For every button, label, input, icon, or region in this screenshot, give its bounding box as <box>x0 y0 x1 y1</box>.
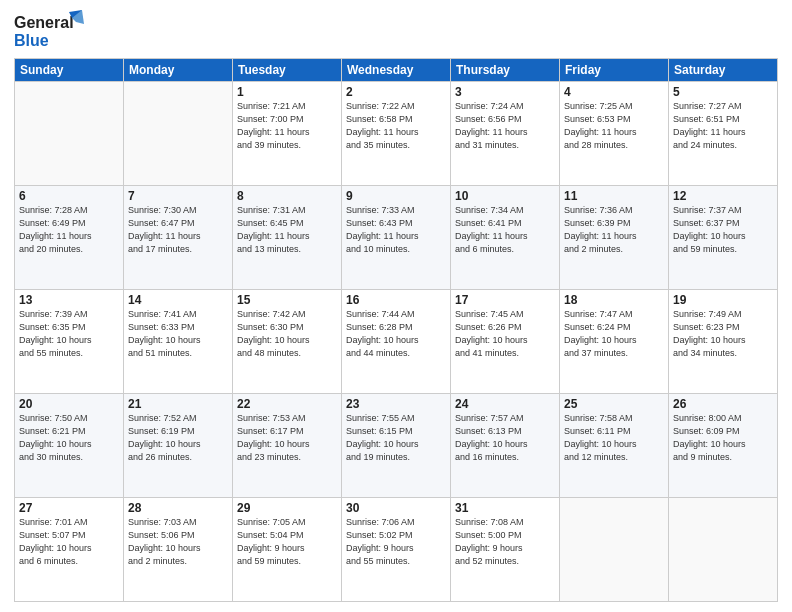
day-info: Sunrise: 7:50 AM Sunset: 6:21 PM Dayligh… <box>19 412 119 464</box>
day-number: 28 <box>128 501 228 515</box>
day-number: 21 <box>128 397 228 411</box>
calendar-header-row: SundayMondayTuesdayWednesdayThursdayFrid… <box>15 59 778 82</box>
day-info: Sunrise: 7:24 AM Sunset: 6:56 PM Dayligh… <box>455 100 555 152</box>
calendar-cell: 16Sunrise: 7:44 AM Sunset: 6:28 PM Dayli… <box>342 290 451 394</box>
day-number: 31 <box>455 501 555 515</box>
calendar-cell: 28Sunrise: 7:03 AM Sunset: 5:06 PM Dayli… <box>124 498 233 602</box>
calendar-day-header: Monday <box>124 59 233 82</box>
calendar-cell: 17Sunrise: 7:45 AM Sunset: 6:26 PM Dayli… <box>451 290 560 394</box>
calendar-cell <box>15 82 124 186</box>
day-info: Sunrise: 7:22 AM Sunset: 6:58 PM Dayligh… <box>346 100 446 152</box>
calendar-cell: 29Sunrise: 7:05 AM Sunset: 5:04 PM Dayli… <box>233 498 342 602</box>
day-number: 8 <box>237 189 337 203</box>
calendar-cell: 31Sunrise: 7:08 AM Sunset: 5:00 PM Dayli… <box>451 498 560 602</box>
calendar-cell: 1Sunrise: 7:21 AM Sunset: 7:00 PM Daylig… <box>233 82 342 186</box>
day-number: 25 <box>564 397 664 411</box>
day-info: Sunrise: 7:33 AM Sunset: 6:43 PM Dayligh… <box>346 204 446 256</box>
calendar-cell: 9Sunrise: 7:33 AM Sunset: 6:43 PM Daylig… <box>342 186 451 290</box>
calendar-cell: 12Sunrise: 7:37 AM Sunset: 6:37 PM Dayli… <box>669 186 778 290</box>
day-info: Sunrise: 7:44 AM Sunset: 6:28 PM Dayligh… <box>346 308 446 360</box>
day-info: Sunrise: 7:57 AM Sunset: 6:13 PM Dayligh… <box>455 412 555 464</box>
day-info: Sunrise: 7:31 AM Sunset: 6:45 PM Dayligh… <box>237 204 337 256</box>
calendar-week-row: 13Sunrise: 7:39 AM Sunset: 6:35 PM Dayli… <box>15 290 778 394</box>
day-info: Sunrise: 7:03 AM Sunset: 5:06 PM Dayligh… <box>128 516 228 568</box>
day-info: Sunrise: 7:30 AM Sunset: 6:47 PM Dayligh… <box>128 204 228 256</box>
calendar-cell: 11Sunrise: 7:36 AM Sunset: 6:39 PM Dayli… <box>560 186 669 290</box>
calendar-week-row: 6Sunrise: 7:28 AM Sunset: 6:49 PM Daylig… <box>15 186 778 290</box>
day-info: Sunrise: 7:36 AM Sunset: 6:39 PM Dayligh… <box>564 204 664 256</box>
calendar-cell <box>560 498 669 602</box>
calendar-cell: 3Sunrise: 7:24 AM Sunset: 6:56 PM Daylig… <box>451 82 560 186</box>
day-info: Sunrise: 7:21 AM Sunset: 7:00 PM Dayligh… <box>237 100 337 152</box>
day-info: Sunrise: 7:55 AM Sunset: 6:15 PM Dayligh… <box>346 412 446 464</box>
day-number: 22 <box>237 397 337 411</box>
day-number: 6 <box>19 189 119 203</box>
day-info: Sunrise: 7:28 AM Sunset: 6:49 PM Dayligh… <box>19 204 119 256</box>
calendar-week-row: 20Sunrise: 7:50 AM Sunset: 6:21 PM Dayli… <box>15 394 778 498</box>
day-info: Sunrise: 7:39 AM Sunset: 6:35 PM Dayligh… <box>19 308 119 360</box>
day-info: Sunrise: 7:37 AM Sunset: 6:37 PM Dayligh… <box>673 204 773 256</box>
logo: GeneralBlue <box>14 10 84 52</box>
day-number: 11 <box>564 189 664 203</box>
calendar-cell: 26Sunrise: 8:00 AM Sunset: 6:09 PM Dayli… <box>669 394 778 498</box>
calendar-day-header: Wednesday <box>342 59 451 82</box>
svg-text:General: General <box>14 14 74 31</box>
day-info: Sunrise: 7:45 AM Sunset: 6:26 PM Dayligh… <box>455 308 555 360</box>
day-info: Sunrise: 7:01 AM Sunset: 5:07 PM Dayligh… <box>19 516 119 568</box>
calendar-day-header: Tuesday <box>233 59 342 82</box>
day-info: Sunrise: 8:00 AM Sunset: 6:09 PM Dayligh… <box>673 412 773 464</box>
day-info: Sunrise: 7:52 AM Sunset: 6:19 PM Dayligh… <box>128 412 228 464</box>
day-number: 29 <box>237 501 337 515</box>
calendar-cell: 19Sunrise: 7:49 AM Sunset: 6:23 PM Dayli… <box>669 290 778 394</box>
day-number: 2 <box>346 85 446 99</box>
day-number: 16 <box>346 293 446 307</box>
page: GeneralBlue SundayMondayTuesdayWednesday… <box>0 0 792 612</box>
calendar-day-header: Thursday <box>451 59 560 82</box>
day-number: 13 <box>19 293 119 307</box>
calendar-cell: 21Sunrise: 7:52 AM Sunset: 6:19 PM Dayli… <box>124 394 233 498</box>
calendar-cell: 8Sunrise: 7:31 AM Sunset: 6:45 PM Daylig… <box>233 186 342 290</box>
calendar-cell: 7Sunrise: 7:30 AM Sunset: 6:47 PM Daylig… <box>124 186 233 290</box>
calendar-cell: 2Sunrise: 7:22 AM Sunset: 6:58 PM Daylig… <box>342 82 451 186</box>
day-info: Sunrise: 7:42 AM Sunset: 6:30 PM Dayligh… <box>237 308 337 360</box>
day-info: Sunrise: 7:08 AM Sunset: 5:00 PM Dayligh… <box>455 516 555 568</box>
header: GeneralBlue <box>14 10 778 52</box>
day-number: 27 <box>19 501 119 515</box>
calendar-cell: 14Sunrise: 7:41 AM Sunset: 6:33 PM Dayli… <box>124 290 233 394</box>
day-number: 26 <box>673 397 773 411</box>
day-number: 17 <box>455 293 555 307</box>
calendar-day-header: Saturday <box>669 59 778 82</box>
day-number: 15 <box>237 293 337 307</box>
calendar-cell: 5Sunrise: 7:27 AM Sunset: 6:51 PM Daylig… <box>669 82 778 186</box>
calendar-week-row: 27Sunrise: 7:01 AM Sunset: 5:07 PM Dayli… <box>15 498 778 602</box>
calendar-cell: 13Sunrise: 7:39 AM Sunset: 6:35 PM Dayli… <box>15 290 124 394</box>
calendar-cell: 15Sunrise: 7:42 AM Sunset: 6:30 PM Dayli… <box>233 290 342 394</box>
day-info: Sunrise: 7:06 AM Sunset: 5:02 PM Dayligh… <box>346 516 446 568</box>
calendar-day-header: Friday <box>560 59 669 82</box>
calendar-cell: 27Sunrise: 7:01 AM Sunset: 5:07 PM Dayli… <box>15 498 124 602</box>
day-number: 5 <box>673 85 773 99</box>
calendar-week-row: 1Sunrise: 7:21 AM Sunset: 7:00 PM Daylig… <box>15 82 778 186</box>
svg-text:Blue: Blue <box>14 32 49 49</box>
day-number: 14 <box>128 293 228 307</box>
calendar-cell: 30Sunrise: 7:06 AM Sunset: 5:02 PM Dayli… <box>342 498 451 602</box>
day-number: 1 <box>237 85 337 99</box>
day-info: Sunrise: 7:27 AM Sunset: 6:51 PM Dayligh… <box>673 100 773 152</box>
calendar-table: SundayMondayTuesdayWednesdayThursdayFrid… <box>14 58 778 602</box>
day-number: 4 <box>564 85 664 99</box>
calendar-cell: 24Sunrise: 7:57 AM Sunset: 6:13 PM Dayli… <box>451 394 560 498</box>
calendar-cell: 18Sunrise: 7:47 AM Sunset: 6:24 PM Dayli… <box>560 290 669 394</box>
day-number: 20 <box>19 397 119 411</box>
day-info: Sunrise: 7:34 AM Sunset: 6:41 PM Dayligh… <box>455 204 555 256</box>
day-number: 24 <box>455 397 555 411</box>
calendar-cell: 6Sunrise: 7:28 AM Sunset: 6:49 PM Daylig… <box>15 186 124 290</box>
day-number: 19 <box>673 293 773 307</box>
calendar-cell: 22Sunrise: 7:53 AM Sunset: 6:17 PM Dayli… <box>233 394 342 498</box>
day-number: 18 <box>564 293 664 307</box>
calendar-day-header: Sunday <box>15 59 124 82</box>
day-number: 10 <box>455 189 555 203</box>
day-info: Sunrise: 7:47 AM Sunset: 6:24 PM Dayligh… <box>564 308 664 360</box>
day-info: Sunrise: 7:53 AM Sunset: 6:17 PM Dayligh… <box>237 412 337 464</box>
calendar-cell <box>669 498 778 602</box>
day-number: 7 <box>128 189 228 203</box>
